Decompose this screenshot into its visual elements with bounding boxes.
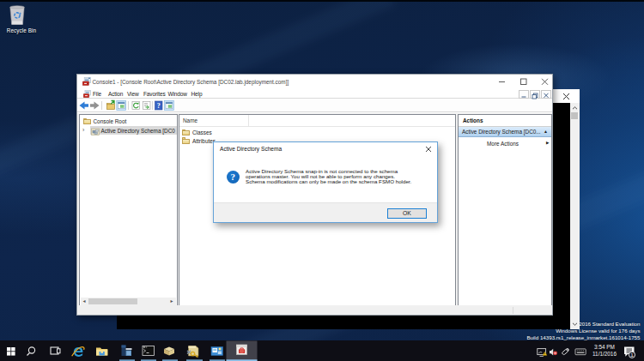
svg-text:?: ? bbox=[156, 102, 160, 110]
svg-text:1: 1 bbox=[630, 352, 634, 358]
